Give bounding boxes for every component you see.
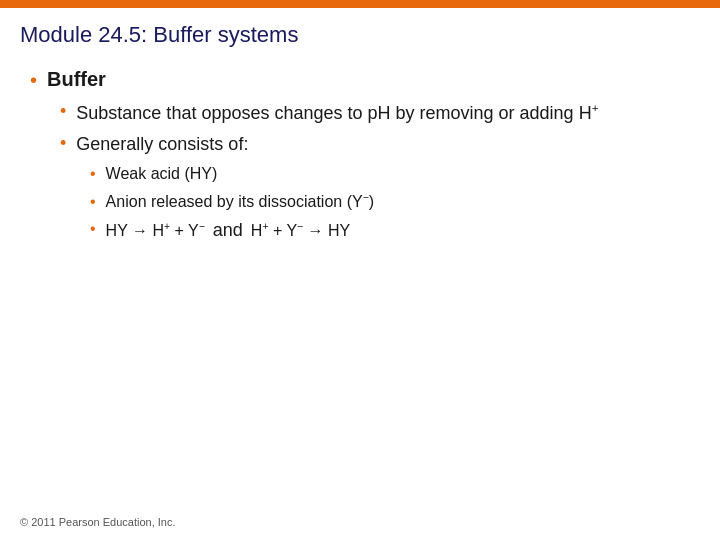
footer: © 2011 Pearson Education, Inc.: [20, 516, 175, 528]
buffer-label: Buffer: [47, 68, 106, 91]
reaction-text: HY → H+ + Y− and H+ + Y− → HY: [106, 218, 351, 243]
substance-text: Substance that opposes changes to pH by …: [76, 100, 598, 126]
bullet-dot-l2-substance: •: [60, 101, 66, 122]
bullet-l3-reaction: • HY → H+ + Y− and H+ + Y− → HY: [90, 218, 690, 243]
generally-text: Generally consists of:: [76, 132, 248, 157]
bullet-l3-anion: • Anion released by its dissociation (Y−…: [90, 191, 690, 214]
bullet-dot-l1: •: [30, 69, 37, 92]
and-word: and: [213, 218, 243, 243]
weakacid-text: Weak acid (HY): [106, 163, 218, 185]
bullet-dot-l3-anion: •: [90, 193, 96, 211]
content-area: • Buffer • Substance that opposes change…: [0, 58, 720, 259]
bullet-dot-l3-reaction: •: [90, 220, 96, 238]
bullet-l2-substance: • Substance that opposes changes to pH b…: [60, 100, 690, 126]
bullet-dot-l2-generally: •: [60, 133, 66, 154]
reaction-part2: H+ + Y− → HY: [251, 220, 350, 243]
anion-text: Anion released by its dissociation (Y−): [106, 191, 374, 214]
bullet-l2-generally: • Generally consists of:: [60, 132, 690, 157]
reaction-part1: HY → H+ + Y−: [106, 220, 205, 243]
reaction-line: HY → H+ + Y− and H+ + Y− → HY: [106, 218, 351, 243]
bullet-dot-l3-weakacid: •: [90, 165, 96, 183]
header-bar: [0, 0, 720, 8]
footer-text: © 2011 Pearson Education, Inc.: [20, 516, 175, 528]
page-title: Module 24.5: Buffer systems: [20, 22, 700, 48]
bullet-l1-buffer: • Buffer: [30, 68, 690, 92]
title-area: Module 24.5: Buffer systems: [0, 8, 720, 58]
bullet-l3-weakacid: • Weak acid (HY): [90, 163, 690, 185]
